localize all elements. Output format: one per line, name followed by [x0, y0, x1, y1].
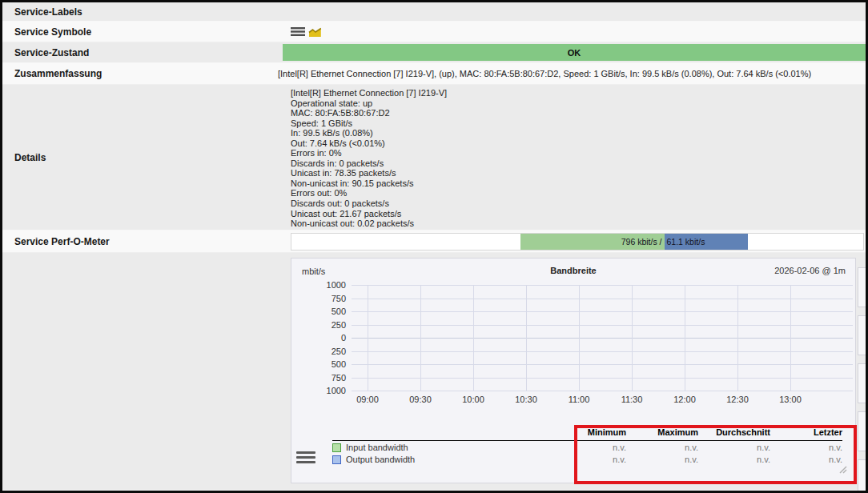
- legend-column-header: Durchschnitt: [698, 427, 770, 437]
- y-tick-label: 750: [309, 294, 346, 303]
- gridline-horizontal: [352, 325, 853, 326]
- y-tick-label: 1000: [309, 280, 346, 290]
- perfometer-empty-left: [291, 234, 520, 250]
- series-stat-value: n.v.: [626, 455, 698, 464]
- menu-icon[interactable]: [291, 26, 305, 37]
- row-service-icons: Service Symbole: [2, 22, 866, 42]
- menu-icon[interactable]: [296, 451, 315, 464]
- series-stat-value: n.v.: [626, 443, 698, 452]
- perfometer-in-segment: 796 kbit/s /: [520, 234, 665, 250]
- legend-row: Input bandwidthn.v.n.v.n.v.n.v.: [332, 443, 842, 454]
- graph-card[interactable]: mbit/s Bandbreite 2026-02-06 @ 1m Minimu…: [291, 258, 856, 483]
- row-perfometer: Service Perf-O-Meter 796 kbit/s / 61.1 k…: [2, 230, 866, 253]
- series-stat-value: n.v.: [770, 443, 842, 452]
- gridline-horizontal: [352, 351, 853, 352]
- cutoff-panel-cell: [858, 363, 868, 403]
- gridline-horizontal: [352, 285, 853, 286]
- row-summary: Zusammenfassung [Intel[R] Ethernet Conne…: [2, 63, 866, 85]
- legend-header-row: MinimumMaximumDurchschnittLetzter: [332, 427, 842, 441]
- series-stat-value: n.v.: [554, 443, 626, 452]
- summary-text: [Intel[R] Ethernet Connection [7] I219-V…: [276, 69, 811, 78]
- series-stat-value: n.v.: [698, 455, 770, 464]
- y-tick-label: 0: [309, 333, 346, 343]
- service-state-text: OK: [568, 48, 581, 58]
- y-tick-label: 250: [309, 347, 346, 356]
- gridline-horizontal: [352, 299, 853, 299]
- cutoff-panel-cell: [858, 411, 868, 451]
- resize-handle-icon[interactable]: [838, 464, 847, 474]
- gridline-vertical: [737, 285, 738, 391]
- gridline-vertical: [685, 285, 685, 391]
- gridline-horizontal: [352, 311, 853, 312]
- series-stat-value: n.v.: [698, 443, 770, 452]
- perfometer-out-value: 61.1 kbit/s: [667, 237, 705, 246]
- perfometer-in-value: 796 kbit/s /: [621, 237, 662, 246]
- graph-title: Bandbreite: [291, 266, 855, 275]
- x-tick-label: 12:30: [718, 395, 757, 404]
- graph-timestamp: 2026-02-06 @ 1m: [774, 266, 846, 275]
- x-tick-label: 11:00: [560, 395, 598, 404]
- row-label: Details: [2, 85, 276, 230]
- gridline-vertical: [420, 285, 421, 391]
- gridline-horizontal: [352, 391, 853, 391]
- gridline-vertical: [368, 285, 368, 391]
- area-chart-icon[interactable]: [308, 26, 322, 38]
- details-text: [Intel[R] Ethernet Connection [7] I219-V…: [276, 85, 447, 229]
- cutoff-panel-cell: [858, 459, 868, 493]
- x-tick-label: 11:30: [613, 395, 651, 404]
- row-label: Service-Zustand: [2, 42, 276, 62]
- x-tick-label: 10:30: [507, 395, 545, 404]
- row-label: Zusammenfassung: [2, 63, 276, 84]
- series-name: Output bandwidth: [346, 455, 415, 464]
- row-graph: mbit/s Bandbreite 2026-02-06 @ 1m Minimu…: [2, 253, 866, 491]
- gridline-vertical: [632, 285, 633, 391]
- plot-area[interactable]: [352, 285, 853, 391]
- series-name: Input bandwidth: [346, 443, 408, 452]
- legend-rows: Input bandwidthn.v.n.v.n.v.n.v.Output ba…: [332, 443, 842, 466]
- legend-column-header: Minimum: [554, 427, 626, 437]
- series-color-swatch[interactable]: [332, 455, 341, 464]
- series-color-swatch[interactable]: [332, 443, 341, 452]
- gridline-horizontal: [352, 364, 853, 365]
- row-label: Service Symbole: [2, 22, 276, 42]
- y-tick-label: 1000: [309, 386, 346, 395]
- y-tick-label: 500: [309, 307, 346, 316]
- row-service-labels: Service-Labels: [2, 2, 866, 22]
- legend-column-header: Maximum: [626, 427, 698, 437]
- row-service-state: Service-Zustand OK: [2, 42, 866, 63]
- y-tick-label: 250: [309, 320, 346, 330]
- cutoff-panel-cell: [858, 315, 868, 355]
- gridline-vertical: [526, 285, 527, 391]
- row-label: Service Perf-O-Meter: [2, 230, 276, 252]
- row-details: Details [Intel[R] Ethernet Connection [7…: [2, 85, 866, 230]
- y-tick-label: 750: [309, 373, 346, 383]
- perfometer[interactable]: 796 kbit/s / 61.1 kbit/s: [291, 233, 864, 251]
- legend-table: MinimumMaximumDurchschnittLetzter Input …: [332, 427, 842, 465]
- x-tick-label: 09:30: [401, 395, 440, 404]
- gridline-vertical: [579, 285, 580, 391]
- x-tick-label: 10:00: [454, 395, 492, 404]
- series-stat-value: n.v.: [770, 455, 842, 464]
- service-labels-value: [276, 2, 866, 21]
- cutoff-panel-cell: [858, 267, 868, 307]
- x-tick-label: 12:00: [665, 395, 704, 404]
- gridline-horizontal: [352, 378, 853, 379]
- service-detail-view: Service-Labels Service Symbole Service: [0, 0, 868, 493]
- row-label: Service-Labels: [2, 2, 276, 21]
- perfometer-empty-right: [748, 234, 863, 250]
- legend-column-header: Letzter: [770, 427, 842, 437]
- gridline-horizontal: [352, 338, 853, 339]
- service-state-bar: OK: [283, 44, 866, 61]
- legend-row: Output bandwidthn.v.n.v.n.v.n.v.: [332, 455, 842, 466]
- gridline-vertical: [473, 285, 474, 391]
- series-stat-value: n.v.: [554, 455, 626, 464]
- x-tick-label: 13:00: [771, 395, 810, 404]
- perfometer-out-segment: 61.1 kbit/s: [665, 234, 748, 250]
- x-tick-label: 09:00: [348, 395, 387, 404]
- gridline-vertical: [790, 285, 791, 391]
- y-tick-label: 500: [309, 359, 346, 369]
